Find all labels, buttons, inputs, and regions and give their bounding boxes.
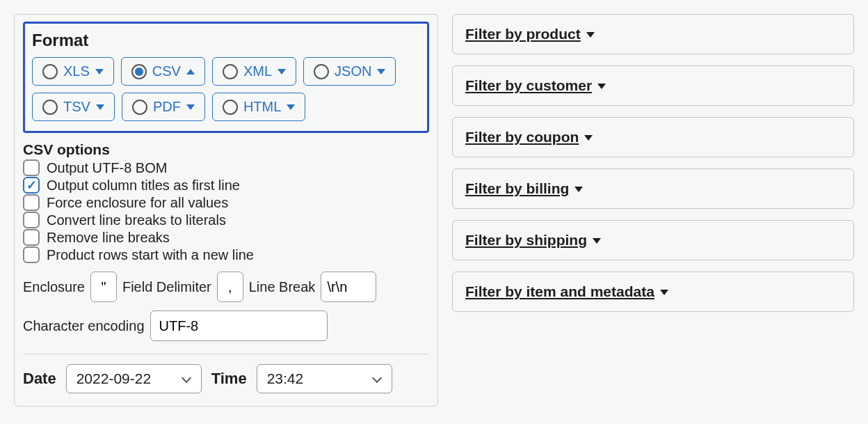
encoding-input[interactable] [150,311,328,341]
format-section: Format XLS CSV XML [23,22,429,133]
delimiter-label: Field Delimiter [122,279,211,295]
delimiter-input[interactable] [217,272,243,302]
filter-by-customer[interactable]: Filter by customer [452,65,854,106]
chevron-down-icon [186,104,195,110]
csv-options-title: CSV options [23,141,429,158]
chevron-down-icon [593,238,601,244]
chevron-down-icon [660,290,668,295]
chevron-down-icon [584,135,593,141]
checkbox-icon [23,194,40,211]
csv-check-force-enclosure[interactable]: Force enclosure for all values [23,194,429,211]
format-option-pdf[interactable]: PDF [122,93,205,121]
chevron-down-icon [586,32,595,38]
checkbox-icon [23,212,40,228]
filter-by-coupon[interactable]: Filter by coupon [452,117,854,157]
radio-icon [132,100,147,115]
encoding-label: Character encoding [23,318,145,334]
csv-check-remove-linebreaks[interactable]: Remove line breaks [23,229,429,246]
radio-icon [42,100,58,115]
radio-icon [223,100,238,115]
radio-icon [314,64,329,79]
chevron-down-icon [597,84,606,89]
csv-check-convert-linebreaks[interactable]: Convert line breaks to literals [23,212,429,228]
chevron-down-icon [182,374,191,384]
csv-check-utf8bom[interactable]: Output UTF-8 BOM [23,159,429,176]
enclosure-label: Enclosure [23,279,85,295]
date-label: Date [23,370,56,388]
filter-by-item-metadata[interactable]: Filter by item and metadata [452,272,854,312]
filter-by-shipping[interactable]: Filter by shipping [452,220,854,260]
checkbox-icon [23,246,40,263]
chevron-down-icon [372,374,382,384]
filter-by-product[interactable]: Filter by product [452,14,854,54]
format-option-html[interactable]: HTML [212,93,305,121]
export-settings-panel: Format XLS CSV XML [14,14,438,407]
chevron-up-icon [186,69,195,74]
radio-icon [131,64,147,79]
radio-icon [223,64,238,79]
radio-icon [42,64,58,79]
datetime-row: Date 2022-09-22 Time 23:42 [23,364,429,393]
checkbox-icon [23,159,40,176]
format-option-json[interactable]: JSON [303,57,396,86]
linebreak-label: Line Break [249,279,316,295]
divider [23,354,429,354]
checkbox-icon [23,177,40,194]
filter-by-billing[interactable]: Filter by billing [452,168,854,209]
format-option-csv[interactable]: CSV [121,57,205,86]
format-title: Format [32,31,420,50]
csv-options-section: CSV options Output UTF-8 BOM Output colu… [23,141,429,341]
chevron-down-icon [574,187,583,192]
time-select[interactable]: 23:42 [257,364,392,393]
csv-check-product-rows-newline[interactable]: Product rows start with a new line [23,246,429,263]
format-option-xml[interactable]: XML [212,57,296,86]
chevron-down-icon [96,104,104,110]
format-option-xls[interactable]: XLS [32,57,114,86]
checkbox-icon [23,229,40,246]
time-label: Time [211,370,247,388]
chevron-down-icon [95,69,104,74]
csv-check-column-titles[interactable]: Output column titles as first line [23,177,429,194]
chevron-down-icon [287,104,295,110]
format-option-tsv[interactable]: TSV [32,93,115,121]
filters-panel: Filter by product Filter by customer Fil… [452,14,854,312]
date-select[interactable]: 2022-09-22 [66,364,202,393]
linebreak-input[interactable] [321,272,376,302]
chevron-down-icon [278,69,286,74]
enclosure-input[interactable] [90,272,117,302]
chevron-down-icon [377,69,385,74]
